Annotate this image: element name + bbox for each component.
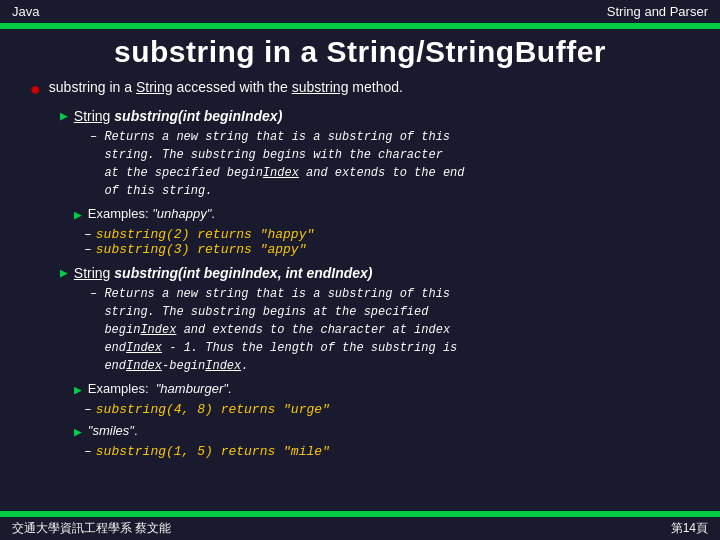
section1-example-item2: – substring(3) returns "appy" xyxy=(84,242,690,257)
method1-name: substring(int beginIndex) xyxy=(114,108,282,124)
section2-code1: substring(4, 8) returns "urge" xyxy=(96,402,330,417)
section1-desc: – Returns a new string that is a substri… xyxy=(90,128,690,200)
arrow-icon-1b: ▶ xyxy=(74,207,82,223)
section2: ▶ String substring(int beginIndex, int e… xyxy=(60,265,690,459)
bottom-info: 交通大學資訊工程學系 蔡文能 第14頁 xyxy=(0,517,720,540)
top-bar-right: String and Parser xyxy=(607,4,708,19)
intro-text3: method. xyxy=(348,79,402,95)
method1-label: String substring(int beginIndex) xyxy=(74,108,282,124)
arrow-icon-2: ▶ xyxy=(60,265,68,281)
method1-title: ▶ String substring(int beginIndex) xyxy=(60,108,690,124)
intro-link1: String xyxy=(136,79,173,95)
section2-examples1: ▶ Examples: "hamburger". – substring(4, … xyxy=(74,381,690,417)
section2-example-item1: – substring(4, 8) returns "urge" xyxy=(84,402,690,417)
dash3: – xyxy=(84,402,92,417)
section2-examples2: ▶ "smiles". – substring(1, 5) returns "m… xyxy=(74,423,690,459)
intro-bullet: ● substring in a String accessed with th… xyxy=(30,79,690,100)
method1-prefix: String xyxy=(74,108,111,124)
section1: ▶ String substring(int beginIndex) – Ret… xyxy=(60,108,690,257)
method2-prefix: String xyxy=(74,265,111,281)
section2-desc: – Returns a new string that is a substri… xyxy=(90,285,690,375)
section1-code1: substring(2) returns "happy" xyxy=(96,227,314,242)
section2-example2-title-row: ▶ "smiles". xyxy=(74,423,690,440)
section2-example-item2: – substring(1, 5) returns "mile" xyxy=(84,444,690,459)
section2-example1-title-row: ▶ Examples: "hamburger". xyxy=(74,381,690,398)
section1-example-item1: – substring(2) returns "happy" xyxy=(84,227,690,242)
dash1: – xyxy=(84,227,92,242)
section1-example-title: Examples: "unhappy". xyxy=(88,206,215,221)
bottom-bar: 交通大學資訊工程學系 蔡文能 第14頁 xyxy=(0,511,720,540)
top-bar-left: Java xyxy=(12,4,39,19)
intro-text: substring in a String accessed with the … xyxy=(49,79,403,95)
method2-name: substring(int beginIndex, int endIndex) xyxy=(114,265,372,281)
top-bar: Java String and Parser xyxy=(0,0,720,23)
arrow-icon-2b: ▶ xyxy=(74,382,82,398)
dash4: – xyxy=(84,444,92,459)
dash2: – xyxy=(84,242,92,257)
intro-text1: substring in a xyxy=(49,79,136,95)
section1-example-title-row: ▶ Examples: "unhappy". xyxy=(74,206,690,223)
section1-code2: substring(3) returns "appy" xyxy=(96,242,307,257)
intro-link2: substring xyxy=(292,79,349,95)
section1-desc-text: – Returns a new string that is a substri… xyxy=(90,130,465,198)
method2-label: String substring(int beginIndex, int end… xyxy=(74,265,373,281)
section1-examples: ▶ Examples: "unhappy". – substring(2) re… xyxy=(74,206,690,257)
method2-title: ▶ String substring(int beginIndex, int e… xyxy=(60,265,690,281)
section2-example2-title: "smiles". xyxy=(88,423,138,438)
page-title: substring in a String/StringBuffer xyxy=(0,29,720,79)
section2-example1-title: Examples: "hamburger". xyxy=(88,381,232,396)
bottom-left: 交通大學資訊工程學系 蔡文能 xyxy=(12,520,171,537)
intro-text2: accessed with the xyxy=(173,79,292,95)
arrow-icon-2c: ▶ xyxy=(74,424,82,440)
bullet-icon-main: ● xyxy=(30,80,41,100)
section2-desc-text: – Returns a new string that is a substri… xyxy=(90,287,457,373)
bottom-right: 第14頁 xyxy=(671,520,708,537)
content-area: ● substring in a String accessed with th… xyxy=(0,79,720,459)
arrow-icon-1: ▶ xyxy=(60,108,68,124)
section2-code2: substring(1, 5) returns "mile" xyxy=(96,444,330,459)
